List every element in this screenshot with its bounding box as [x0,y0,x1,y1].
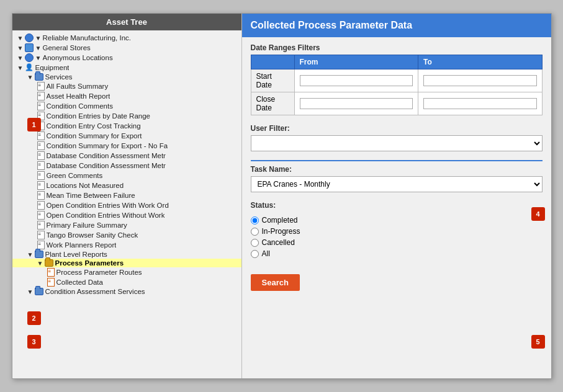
status-options: Completed In-Progress Cancelled All [251,212,543,262]
tree-item-open-with-work[interactable]: Open Condition Entries With Work Ord [12,200,241,210]
right-panel-header: Collected Process Parameter Data [242,14,551,37]
label-reliable: Reliable Manufacturing, Inc. [43,34,132,42]
label-condition-assessment: Condition Assessment Services [45,288,145,295]
label-primary-failure: Primary Failure Summary [47,221,127,229]
report-icon-condition-comments [37,102,45,110]
user-filter-label: User Filter: [251,124,543,133]
globe-icon-reliable [25,33,34,42]
status-radio-all[interactable] [251,250,259,258]
folder-icon-process-params [45,259,53,267]
status-option-cancelled[interactable]: Cancelled [251,238,543,247]
col-empty [251,55,294,69]
start-date-row: Start Date [251,69,542,92]
arrow2-general: ▼ [35,45,42,51]
label-equipment: Equipment [35,64,70,71]
status-radio-cancelled[interactable] [251,239,259,247]
report-icon-primary-failure [37,221,45,229]
tree-item-primary-failure[interactable]: Primary Failure Summary [12,220,241,230]
arrow-anonymous: ▼ [17,55,24,61]
report-icon-green-comments [37,171,45,180]
label-condition-entry-cost: Condition Entry Cost Tracking [47,122,141,130]
search-button[interactable]: Search [251,274,300,291]
tree-item-db-condition-1[interactable]: Database Condition Assessment Metr [12,151,241,161]
report-icon-process-param-routes [47,268,55,277]
tree-item-asset-health[interactable]: Asset Health Report [12,91,241,101]
label-plant-level: Plant Level Reports [45,251,107,258]
tree-item-general[interactable]: ▼ ▼ General Stores [12,43,241,53]
label-condition-comments: Condition Comments [47,102,113,110]
tree-item-anonymous[interactable]: ▼ ▼ Anonymous Locations [12,53,241,63]
tree-item-locations-not-measured[interactable]: Locations Not Measured [12,180,241,190]
tree-content[interactable]: ▼ ▼ Reliable Manufacturing, Inc. ▼ ▼ Gen… [12,30,241,378]
tree-item-process-param-routes[interactable]: Process Parameter Routes [12,267,241,277]
tree-item-condition-assessment[interactable]: ▼ Condition Assessment Services [12,287,241,296]
label-db-condition-1: Database Condition Assessment Metr [47,152,166,159]
label-work-planners: Work Planners Report [47,241,117,249]
label-process-params: Process Parameters [55,259,124,267]
tree-item-equipment[interactable]: ▼ 👤 Equipment [12,63,241,73]
tree-item-green-comments[interactable]: Green Comments [12,171,241,180]
close-date-to-input[interactable] [423,98,537,109]
callout-badge-3: 3 [27,335,41,349]
start-date-label: Start Date [251,69,294,92]
report-icon-tango-browser [37,231,45,239]
tree-item-services[interactable]: ▼ Services [12,73,241,81]
label-all-faults: All Faults Summary [47,82,109,90]
close-date-row: Close Date [251,92,542,115]
callout-badge-2: 2 [27,311,41,325]
tree-item-tango-browser[interactable]: Tango Browser Sanity Check [12,230,241,240]
tree-item-condition-entries-date[interactable]: Condition Entries by Date Range [12,111,241,121]
close-date-to-cell [418,92,543,115]
report-icon-locations-not-measured [37,181,45,190]
tree-item-condition-comments[interactable]: Condition Comments [12,101,241,111]
label-general: General Stores [43,44,91,51]
asset-tree-header: Asset Tree [12,14,241,30]
label-condition-summary-nofa: Condition Summary for Export - No Fa [47,142,168,149]
arrow-general: ▼ [17,45,24,51]
arrow-plant-level: ▼ [27,251,34,258]
tree-item-reliable[interactable]: ▼ ▼ Reliable Manufacturing, Inc. [12,33,241,43]
tree-item-mean-time[interactable]: Mean Time Between Failure [12,190,241,200]
status-option-completed[interactable]: Completed [251,216,543,225]
tree-item-db-condition-2[interactable]: Database Condition Assessment Metr [12,161,241,171]
task-name-select[interactable]: EPA Cranes - Monthly [251,176,543,192]
status-option-inprogress[interactable]: In-Progress [251,227,543,236]
tree-item-open-without-work[interactable]: Open Condition Entries Without Work [12,210,241,220]
label-green-comments: Green Comments [47,172,103,179]
status-label-inprogress: In-Progress [262,227,300,236]
start-date-from-input[interactable] [300,75,413,86]
tree-item-process-params[interactable]: ▼ Process Parameters [12,259,241,267]
tree-item-collected-data[interactable]: Collected Data [12,277,241,287]
label-locations-not-measured: Locations Not Measured [47,182,124,189]
tree-item-work-planners[interactable]: Work Planners Report [12,240,241,250]
report-icon-db-condition-1 [37,151,45,160]
tree-item-all-faults[interactable]: All Faults Summary [12,81,241,91]
status-radio-completed[interactable] [251,216,259,225]
label-condition-summary-export: Condition Summary for Export [47,132,142,140]
start-date-from-cell [294,69,418,92]
user-filter-select[interactable] [251,135,543,151]
report-icon-open-with-work [37,201,45,210]
report-icon-db-condition-2 [37,161,45,170]
status-label-completed: Completed [262,216,298,225]
arrow-equipment: ▼ [17,65,24,71]
arrow2-anonymous: ▼ [35,55,42,61]
tree-item-condition-summary-export[interactable]: Condition Summary for Export [12,131,241,141]
report-icon-mean-time [37,191,45,200]
left-panel: Asset Tree ▼ ▼ Reliable Manufacturing, I… [12,14,242,378]
status-radio-inprogress[interactable] [251,228,259,236]
close-date-from-input[interactable] [300,98,413,109]
date-ranges-section-title: Date Ranges Filters [251,43,543,52]
status-label-cancelled: Cancelled [262,238,295,247]
right-panel-body: Date Ranges Filters From To Start Date [242,37,551,378]
start-date-to-input[interactable] [423,75,537,86]
label-mean-time: Mean Time Between Failure [47,192,135,199]
tree-item-condition-summary-nofa[interactable]: Condition Summary for Export - No Fa [12,141,241,151]
tree-item-condition-entry-cost[interactable]: Condition Entry Cost Tracking [12,121,241,131]
report-icon-condition-summary-export [37,131,45,140]
label-asset-health: Asset Health Report [47,92,110,100]
status-label: Status: [251,201,543,210]
label-condition-entries-date: Condition Entries by Date Range [47,112,151,120]
right-panel-title: Collected Process Parameter Data [251,20,413,30]
status-option-all[interactable]: All [251,249,543,258]
